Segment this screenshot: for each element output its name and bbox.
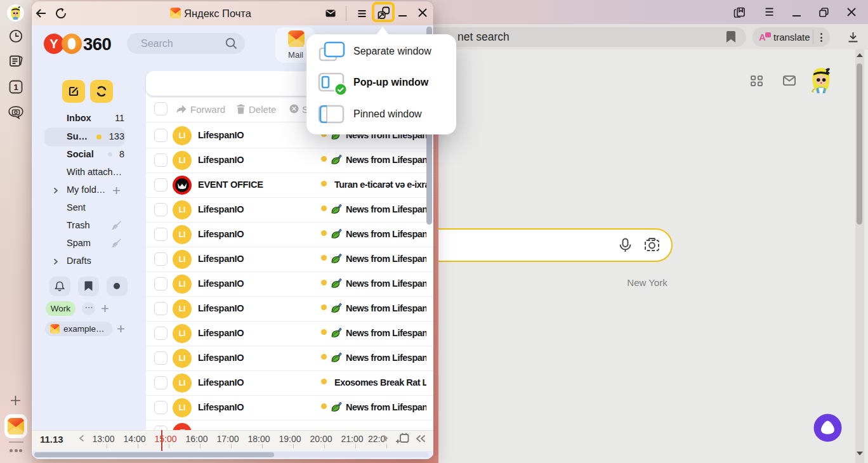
svg-text:1: 1 bbox=[13, 82, 18, 92]
svg-text:360: 360 bbox=[83, 34, 112, 54]
svg-text:Y: Y bbox=[49, 37, 58, 51]
svg-text:A: A bbox=[759, 32, 766, 42]
